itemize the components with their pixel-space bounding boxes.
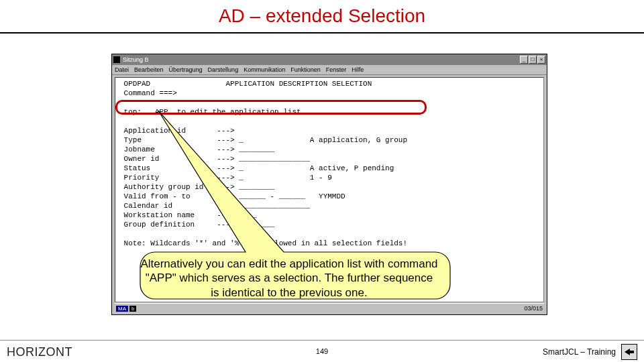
nav-prev-icon[interactable]: [621, 344, 637, 360]
status-box-b: b: [129, 306, 136, 312]
title-rule: [0, 32, 644, 34]
page-number: 149: [316, 347, 328, 355]
page-title: AD – extended Selection: [0, 5, 644, 27]
menu-hilfe[interactable]: Hilfe: [352, 66, 364, 73]
svg-rect-1: [630, 351, 634, 353]
status-right: 03/015: [524, 305, 543, 312]
terminal-window-title: Sitzung B: [123, 56, 149, 63]
menu-bearbeiten[interactable]: Bearbeiten: [134, 66, 164, 73]
footer-brand: HORIZONT: [7, 345, 72, 359]
callout-text: Alternatively you can edit the applicati…: [128, 255, 450, 300]
menu-darstellung[interactable]: Darstellung: [208, 66, 239, 73]
menu-datei[interactable]: Datei: [115, 66, 129, 73]
status-box-ma: MA: [116, 306, 128, 312]
terminal-statusbar: MA b 03/015: [115, 303, 544, 313]
menu-kommunikation[interactable]: Kommunikation: [244, 66, 285, 73]
close-icon[interactable]: ×: [537, 56, 545, 64]
menu-fenster[interactable]: Fenster: [326, 66, 347, 73]
footer-rule: [0, 340, 644, 341]
menu-uebertragung[interactable]: Übertragung: [169, 66, 203, 73]
app-icon: [113, 56, 120, 63]
menu-funktionen[interactable]: Funktionen: [290, 66, 321, 73]
terminal-titlebar: Sitzung B _ □ ×: [112, 54, 547, 65]
minimize-icon[interactable]: _: [520, 56, 528, 64]
maximize-icon[interactable]: □: [529, 56, 537, 64]
footer-course: SmartJCL – Training: [543, 347, 616, 357]
terminal-menubar: Datei Bearbeiten Übertragung Darstellung…: [112, 65, 547, 75]
svg-marker-0: [625, 349, 630, 355]
footer: HORIZONT 149 SmartJCL – Training: [0, 342, 644, 362]
